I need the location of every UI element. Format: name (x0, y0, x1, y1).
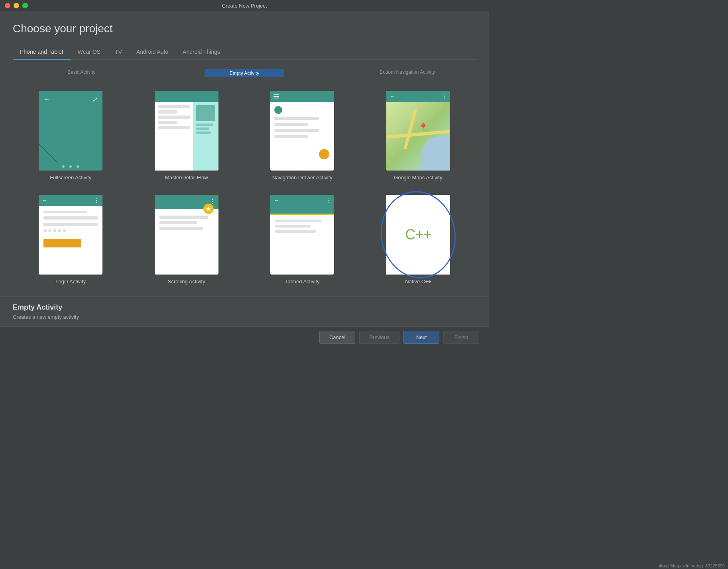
tabbed-content (270, 215, 334, 275)
preview-fullscreen: ← ⤢ (39, 91, 102, 171)
close-button[interactable] (5, 3, 10, 8)
hint-empty[interactable]: Empty Activity (205, 69, 284, 77)
scroll-hint-row: Basic Activity Empty Activity Bottom Nav… (0, 66, 489, 79)
app-bar (155, 91, 218, 102)
preview-tabbed: ← ⋮ (270, 195, 334, 275)
maps-menu-icon: ⋮ (441, 93, 447, 100)
description-section: Empty Activity Creates a new empty activ… (0, 296, 489, 326)
preview-master-detail (155, 91, 218, 171)
road1 (403, 109, 417, 150)
card-label-native-cpp: Native C++ (405, 279, 431, 284)
card-nav-drawer[interactable]: Navigation Drawer Activity (244, 84, 360, 188)
preview-login: ← ⋮ (39, 195, 102, 275)
content-area: ← ⤢ Fullscreen Activity (0, 79, 489, 296)
card-label-master-detail: Master/Detail Flow (165, 175, 208, 181)
maps-back-icon: ← (390, 93, 395, 100)
preview-nav-drawer (270, 91, 334, 171)
nav-content (270, 102, 334, 171)
card-scrolling[interactable]: ⋮ ★ Scrolling Activity (129, 188, 245, 292)
window-title: Create New Project (222, 3, 267, 9)
content-split (155, 102, 218, 171)
login-app-bar: ← ⋮ (39, 195, 102, 206)
window-controls[interactable] (5, 3, 28, 8)
tab-phone-tablet[interactable]: Phone and Tablet (13, 45, 71, 60)
preview-scrolling: ⋮ ★ (155, 195, 218, 275)
card-label-login: Login Activity (55, 279, 86, 284)
main-container: Choose your project Phone and Tablet Wea… (0, 11, 489, 348)
previous-button[interactable]: Previous (359, 331, 399, 344)
tabs-row: Phone and Tablet Wear OS TV Android Auto… (13, 45, 476, 60)
hint-bottom-nav[interactable]: Bottom Navigation Activity (368, 69, 447, 77)
tab-android-things[interactable]: Android Things (175, 45, 227, 59)
card-login[interactable]: ← ⋮ (13, 188, 129, 292)
card-native-cpp[interactable]: C++ Native C++ (360, 188, 476, 292)
scrolling-menu-icon: ⋮ (210, 198, 215, 204)
device-bottom (39, 163, 102, 171)
login-back-icon: ← (42, 197, 47, 204)
back-arrow-icon: ← (43, 96, 50, 103)
cpp-label: C++ (405, 226, 431, 243)
tab-tv[interactable]: TV (108, 45, 129, 59)
titlebar: Create New Project (0, 0, 489, 11)
card-label-google-maps: Google Maps Activity (394, 175, 442, 181)
expand-icon: ⤢ (92, 96, 98, 103)
password-dots (43, 229, 98, 232)
scrolling-content (155, 209, 218, 275)
desc-title: Empty Activity (13, 303, 476, 312)
login-menu-icon: ⋮ (94, 197, 99, 204)
scrolling-fab: ★ (203, 204, 214, 214)
card-master-detail[interactable]: Master/Detail Flow (129, 84, 245, 188)
scrolling-app-bar: ⋮ ★ (155, 195, 218, 209)
tab-android-auto[interactable]: Android Auto (129, 45, 175, 59)
card-google-maps[interactable]: ← ⋮ 📍 Google Maps Activity (360, 84, 476, 188)
card-label-tabbed: Tabbed Activity (285, 279, 320, 284)
nav-bar (270, 91, 334, 102)
desc-text: Creates a new empty activity (13, 314, 476, 320)
tabbed-back-icon: ← (273, 197, 279, 204)
list-panel (155, 102, 193, 171)
tabbed-menu-icon: ⋮ (325, 197, 331, 204)
footer-bar: Cancel Previous Next Finish (0, 326, 489, 348)
maps-app-bar: ← ⋮ (386, 91, 450, 102)
detail-panel (193, 102, 218, 171)
login-preview-button (43, 239, 81, 247)
login-content (39, 206, 102, 275)
preview-native-cpp: C++ (386, 195, 450, 275)
card-tabbed[interactable]: ← ⋮ Tabbed Activit (244, 188, 360, 292)
hamburger-icon (273, 94, 279, 98)
finish-button[interactable]: Finish (443, 331, 479, 344)
minimize-button[interactable] (14, 3, 19, 8)
maximize-button[interactable] (22, 3, 28, 8)
card-label-nav-drawer: Navigation Drawer Activity (272, 175, 333, 181)
preview-google-maps: ← ⋮ 📍 (386, 91, 450, 171)
water-area (421, 136, 450, 171)
header-section: Choose your project Phone and Tablet Wea… (0, 11, 489, 66)
tab-wear-os[interactable]: Wear OS (71, 45, 108, 59)
tabbed-tabs-bar (270, 206, 334, 215)
next-button[interactable]: Next (403, 331, 439, 344)
card-label-scrolling: Scrolling Activity (168, 279, 205, 284)
card-label-fullscreen: Fullscreen Activity (50, 175, 91, 181)
activity-grid: ← ⤢ Fullscreen Activity (13, 79, 476, 296)
page-title: Choose your project (13, 22, 476, 35)
maps-image: 📍 (386, 102, 450, 171)
tabbed-app-bar: ← ⋮ (270, 195, 334, 206)
map-pin-icon: 📍 (418, 123, 428, 132)
hint-basic[interactable]: Basic Activity (41, 69, 121, 77)
card-fullscreen[interactable]: ← ⤢ Fullscreen Activity (13, 84, 129, 188)
cancel-button[interactable]: Cancel (319, 331, 355, 344)
